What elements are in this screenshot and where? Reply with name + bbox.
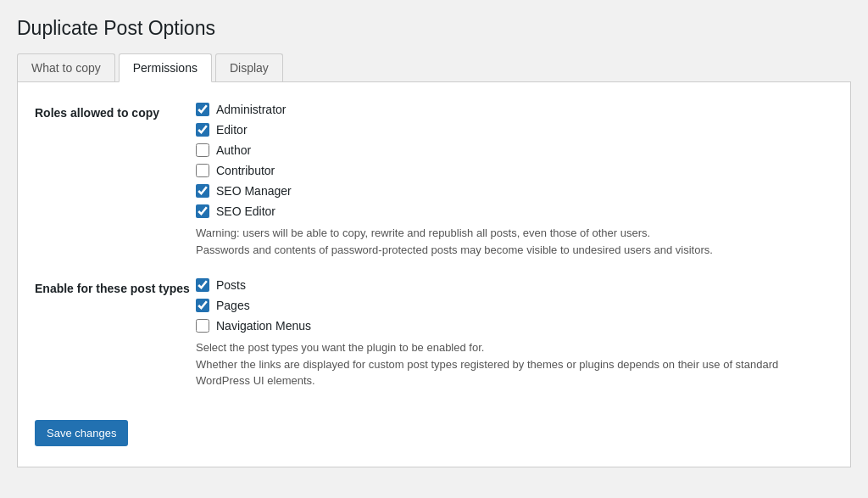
pages-checkbox[interactable] xyxy=(196,299,209,312)
author-label: Author xyxy=(216,143,251,157)
tab-display[interactable]: Display xyxy=(215,53,283,81)
editor-checkbox[interactable] xyxy=(196,123,209,137)
seo-manager-label: SEO Manager xyxy=(216,184,292,198)
role-seo-editor[interactable]: SEO Editor xyxy=(196,204,833,218)
posts-checkbox[interactable] xyxy=(196,278,209,292)
post-type-nav-menus[interactable]: Navigation Menus xyxy=(196,319,833,333)
contributor-label: Contributor xyxy=(216,164,275,177)
nav-menus-label: Navigation Menus xyxy=(216,319,311,333)
role-contributor[interactable]: Contributor xyxy=(196,164,833,177)
roles-label: Roles allowed to copy xyxy=(35,103,196,258)
page-title: Duplicate Post Options xyxy=(17,17,851,40)
seo-manager-checkbox[interactable] xyxy=(196,184,209,198)
post-type-pages[interactable]: Pages xyxy=(196,299,833,312)
role-editor[interactable]: Editor xyxy=(196,123,833,137)
roles-warning: Warning: users will be able to copy, rew… xyxy=(196,225,833,258)
seo-editor-label: SEO Editor xyxy=(216,204,275,218)
roles-content: Administrator Editor Author Contributor … xyxy=(196,103,833,258)
role-seo-manager[interactable]: SEO Manager xyxy=(196,184,833,198)
post-types-section: Enable for these post types Posts Pages … xyxy=(35,278,833,389)
post-types-content: Posts Pages Navigation Menus Select the … xyxy=(196,278,833,389)
administrator-checkbox[interactable] xyxy=(196,103,209,116)
tab-content-permissions: Roles allowed to copy Administrator Edit… xyxy=(17,82,851,467)
author-checkbox[interactable] xyxy=(196,143,209,157)
nav-menus-checkbox[interactable] xyxy=(196,319,209,333)
role-administrator[interactable]: Administrator xyxy=(196,103,833,116)
post-types-info: Select the post types you want the plugi… xyxy=(196,339,833,389)
editor-label: Editor xyxy=(216,123,248,137)
post-type-posts[interactable]: Posts xyxy=(196,278,833,292)
post-types-label: Enable for these post types xyxy=(35,278,196,389)
tabs-nav: What to copy Permissions Display xyxy=(17,53,851,82)
posts-label: Posts xyxy=(216,278,246,292)
pages-label: Pages xyxy=(216,299,250,312)
tab-what-to-copy[interactable]: What to copy xyxy=(17,53,115,81)
administrator-label: Administrator xyxy=(216,103,286,116)
seo-editor-checkbox[interactable] xyxy=(196,204,209,218)
save-button[interactable]: Save changes xyxy=(35,420,128,446)
tab-permissions[interactable]: Permissions xyxy=(119,53,212,82)
roles-section: Roles allowed to copy Administrator Edit… xyxy=(35,103,833,258)
role-author[interactable]: Author xyxy=(196,143,833,157)
contributor-checkbox[interactable] xyxy=(196,164,209,177)
